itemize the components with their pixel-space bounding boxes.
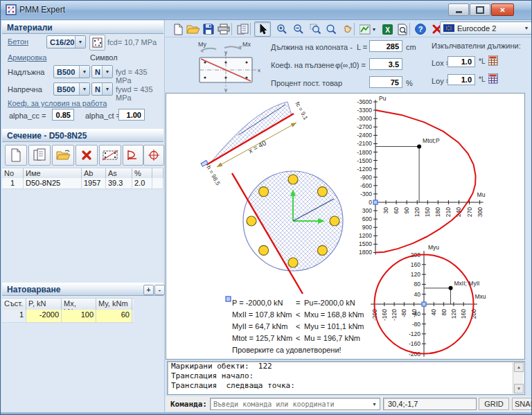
svg-text:-600: -600 [360,182,372,189]
svg-text:-1200: -1200 [357,166,372,173]
snap-toggle[interactable]: SNAP [512,398,532,410]
svg-text:160: 160 [460,309,467,319]
length-input[interactable]: 285 [369,40,402,52]
svg-text:80: 80 [441,309,447,316]
svg-text:120: 120 [450,309,457,319]
svg-text:180: 180 [434,207,441,217]
console-scrollbar[interactable]: ▲ ▼ [513,362,524,394]
eu-flag-icon [443,24,454,32]
reinforcement-link[interactable]: Армировка [8,53,46,62]
copy-section-button[interactable] [28,145,51,166]
section-axes-icon: My Mx y y x [197,39,260,92]
section-header-label: Сечение - D50-8N25 [7,131,87,141]
alpha-ct-input[interactable]: 1.00 [118,109,145,121]
command-console[interactable]: Маркирани обекти: 122 Транслация начало:… [167,361,525,395]
chart-export-button[interactable]: ▼ [357,21,379,37]
chevron-down-icon[interactable]: ▼ [369,402,380,407]
svg-text:120: 120 [411,271,420,278]
open-button[interactable] [185,21,202,37]
scroll-down-icon[interactable]: ▼ [514,384,524,394]
zoom-out-button[interactable] [290,21,307,37]
new-section-button[interactable] [5,145,27,166]
loy-input[interactable]: 1.0 [447,74,475,85]
title-bar[interactable]: PMM Expert ✕ [1,1,532,20]
maximize-button[interactable] [470,3,490,16]
col-pct[interactable]: % [132,168,152,179]
scroll-up-icon[interactable]: ▲ [514,362,524,372]
design-code-select[interactable]: Eurocode 2 ▼ [440,21,532,35]
svg-text:300: 300 [362,207,372,214]
lox-input[interactable]: 1.0 [447,56,475,67]
copy-button[interactable] [234,21,251,37]
lox-calc-button[interactable] [488,55,498,69]
col-mx[interactable]: Mx, kNm [62,299,96,310]
concrete-props-button[interactable] [89,35,105,51]
alpha-cc-input[interactable]: 0.85 [52,109,74,121]
col-name[interactable]: Име [24,168,82,179]
select-cursor-button[interactable] [254,21,271,37]
svg-text:-2400: -2400 [357,132,372,139]
toolbar-separator [354,23,355,35]
open-folder-icon [186,24,200,35]
creep-input[interactable]: 3.5 [369,58,402,70]
remove-load-button[interactable]: - [154,285,165,295]
svg-text:0: 0 [369,199,372,206]
svg-text:h = 98,5: h = 98,5 [205,164,222,186]
loy-calc-button[interactable] [488,73,498,87]
materials-header-label: Материали [7,23,53,33]
command-input[interactable] [211,400,369,408]
col-my[interactable]: My, kNm [96,299,132,310]
svg-text:fc = 9,1: fc = 9,1 [294,100,310,121]
save-button[interactable] [200,21,217,37]
svg-text:60: 60 [393,207,400,214]
concrete-link[interactable]: Бетон [8,37,28,46]
chevron-down-icon: ▼ [102,66,112,78]
zoom-in-button[interactable] [274,21,290,37]
add-load-button[interactable]: + [143,285,154,295]
grid-toggle[interactable]: GRID [479,398,509,410]
svg-text:X: X [385,26,390,33]
pan-hand-icon [342,24,353,35]
transverse-grade-select[interactable]: B500 ▼ [53,82,90,96]
left-panel: Материали Бетон C16/20 ▼ fcd= 10,7 MPa А… [2,20,165,412]
excel-export-button[interactable]: X [379,21,396,37]
svg-text:1200: 1200 [359,232,372,239]
svg-text:-3000: -3000 [357,115,372,122]
interaction-diagram-button[interactable] [123,145,143,166]
svg-text:-160: -160 [409,340,420,347]
drawing-canvas[interactable]: x = 40fc = 9,1h = 98,5-3600-3300-3000-27… [166,93,525,360]
new-button[interactable] [170,21,186,37]
minimize-button[interactable] [448,3,469,16]
col-case[interactable]: Съст. [2,299,26,310]
open-section-button[interactable] [52,145,74,166]
calculator-icon [488,55,498,66]
col-no[interactable]: No [2,168,24,179]
section-table-row[interactable]: 1 D50-8N25 1957 39.3 2.0 [2,178,163,189]
command-input-wrap[interactable]: ▼ [210,398,380,410]
print-button[interactable] [215,21,232,37]
close-button[interactable]: ✕ [491,3,514,16]
drawing-svg: x = 40fc = 9,1h = 98,5-3600-3300-3000-27… [166,94,524,359]
print-preview-button[interactable] [394,21,411,37]
check-point-button[interactable] [143,145,164,166]
perm-load-input[interactable]: 75 [369,76,402,88]
loading-table-row[interactable]: 1 -2000 100 60 [2,310,134,323]
svg-text:120: 120 [414,207,420,217]
edit-section-button[interactable] [99,145,121,166]
longitudinal-symbol-value: N [95,68,100,76]
zoom-extents-button[interactable] [323,21,339,37]
col-ab[interactable]: Ab [82,168,106,179]
delete-section-button[interactable] [76,145,98,166]
help-button[interactable]: ? [412,21,429,37]
longitudinal-symbol-select[interactable]: N ▼ [91,65,113,78]
col-as[interactable]: As [106,168,132,179]
zoom-window-button[interactable] [307,21,323,37]
longitudinal-grade-select[interactable]: B500 ▼ [53,65,90,78]
col-p[interactable]: P, kN [26,299,62,310]
concrete-grade-select[interactable]: C16/20 ▼ [46,35,86,48]
svg-text:300: 300 [477,207,484,217]
transverse-symbol-select[interactable]: N ▼ [91,82,113,96]
svg-text:-2700: -2700 [357,123,372,130]
work-conditions-link[interactable]: Коеф. за условия на работа [8,99,107,107]
creep-label: Коеф. на пълзене [271,61,335,69]
